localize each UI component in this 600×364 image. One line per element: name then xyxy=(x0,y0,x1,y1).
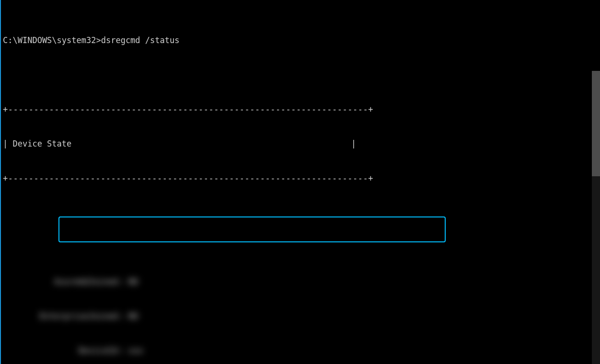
scrollbar-thumb[interactable] xyxy=(592,71,600,176)
blank-line xyxy=(3,69,600,80)
section-separator-top: +---------------------------------------… xyxy=(3,103,600,115)
redacted-output-top: AzureAdJoined:NO EnterpriseJoined:NO Dev… xyxy=(3,253,600,364)
output-row: DeviceId:xxx xyxy=(3,345,600,356)
terminal-window[interactable]: C:\WINDOWS\system32>dsregcmd /status +--… xyxy=(0,0,600,364)
blank-line xyxy=(3,207,600,218)
prompt-command: dsregcmd /status xyxy=(101,35,180,45)
prompt-path: C:\WINDOWS\system32> xyxy=(3,35,101,45)
section-title-device-state: | Device State | xyxy=(3,138,600,149)
output-row: EnterpriseJoined:NO xyxy=(3,310,600,322)
output-row: AzureAdJoined:NO xyxy=(3,276,600,287)
section-separator-bottom: +---------------------------------------… xyxy=(3,172,600,184)
command-prompt-line: C:\WINDOWS\system32>dsregcmd /status xyxy=(3,34,600,46)
